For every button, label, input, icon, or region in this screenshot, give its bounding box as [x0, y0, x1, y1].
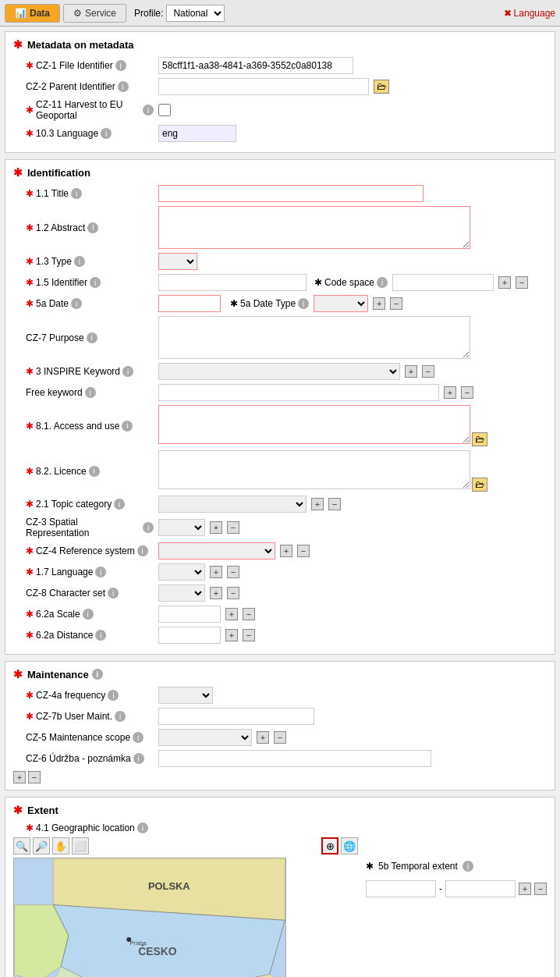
- licence-textarea[interactable]: [158, 450, 470, 489]
- date-input[interactable]: [158, 295, 221, 312]
- parent-folder-btn[interactable]: 🗁: [374, 80, 389, 94]
- type-info[interactable]: i: [74, 256, 85, 267]
- date-info[interactable]: i: [71, 298, 82, 309]
- charset-add-btn[interactable]: +: [210, 587, 222, 599]
- charset-remove-btn[interactable]: −: [227, 587, 239, 599]
- licence-folder-btn[interactable]: 🗁: [472, 478, 487, 492]
- free-keyword-add-btn[interactable]: +: [444, 386, 456, 399]
- access-textarea[interactable]: [158, 405, 470, 444]
- distance-input[interactable]: [158, 627, 221, 644]
- distance-remove-btn[interactable]: −: [243, 629, 255, 641]
- usermaint-info[interactable]: i: [115, 711, 126, 722]
- profile-select[interactable]: National Local: [166, 5, 225, 22]
- charset-select[interactable]: utf8: [158, 584, 205, 602]
- temporal-remove-btn[interactable]: −: [534, 883, 547, 895]
- purpose-textarea[interactable]: [158, 316, 470, 359]
- inspire-keyword-info[interactable]: i: [122, 366, 133, 377]
- free-keyword-input[interactable]: [158, 384, 439, 401]
- inspire-keyword-select[interactable]: [158, 363, 400, 380]
- frequency-select[interactable]: daily weekly monthly yearly asNeeded: [158, 687, 213, 704]
- scale-info[interactable]: i: [83, 609, 94, 620]
- topic-remove-btn[interactable]: −: [328, 498, 341, 510]
- maintenance-info[interactable]: i: [92, 669, 103, 680]
- maintenance-remove-btn[interactable]: −: [28, 771, 41, 783]
- lang17-remove-btn[interactable]: −: [227, 566, 239, 578]
- refsys-info[interactable]: i: [137, 545, 148, 556]
- identifier-info[interactable]: i: [90, 277, 101, 288]
- date-type-info[interactable]: i: [298, 298, 309, 309]
- refsys-add-btn[interactable]: +: [280, 545, 292, 557]
- scale-add-btn[interactable]: +: [225, 608, 238, 620]
- frequency-info[interactable]: i: [108, 690, 119, 701]
- scale-remove-btn[interactable]: −: [243, 608, 255, 620]
- maint-scope-add-btn[interactable]: +: [257, 731, 269, 744]
- codespace-info[interactable]: i: [377, 277, 388, 288]
- title-input[interactable]: [158, 185, 424, 202]
- free-keyword-remove-btn[interactable]: −: [461, 386, 473, 399]
- maintenance-add-btn[interactable]: +: [13, 771, 26, 783]
- lang17-add-btn[interactable]: +: [210, 566, 222, 578]
- geo-info[interactable]: i: [137, 822, 148, 833]
- title-info[interactable]: i: [71, 188, 82, 199]
- codespace-input[interactable]: [392, 274, 494, 291]
- maint-scope-info[interactable]: i: [133, 732, 144, 743]
- language-button[interactable]: ✖ Language: [504, 8, 555, 19]
- maint-scope-select[interactable]: dataset service: [158, 729, 252, 746]
- language-input[interactable]: [158, 125, 236, 142]
- spatial-select[interactable]: vector grid: [158, 519, 205, 536]
- temporal-start-input[interactable]: [366, 880, 436, 897]
- spatial-info[interactable]: i: [143, 522, 154, 533]
- usermaint-input[interactable]: [158, 708, 314, 725]
- refsys-remove-btn[interactable]: −: [297, 545, 310, 557]
- parent-id-info[interactable]: i: [118, 81, 129, 92]
- temporal-add-btn[interactable]: +: [519, 883, 531, 895]
- udrzba-input[interactable]: [158, 750, 431, 767]
- distance-info[interactable]: i: [95, 630, 106, 641]
- service-tab[interactable]: ⚙ Service: [63, 4, 126, 23]
- distance-add-btn[interactable]: +: [225, 629, 238, 641]
- udrzba-info[interactable]: i: [133, 753, 144, 764]
- topic-info[interactable]: i: [114, 499, 125, 510]
- charset-info[interactable]: i: [108, 588, 119, 599]
- topic-select[interactable]: [158, 496, 307, 513]
- language-info[interactable]: i: [101, 128, 112, 139]
- identifier-remove-btn[interactable]: −: [516, 276, 528, 289]
- map-globe-btn[interactable]: 🌐: [341, 837, 358, 854]
- date-add-btn[interactable]: +: [373, 297, 385, 310]
- access-folder-btn[interactable]: 🗁: [472, 432, 487, 446]
- temporal-end-input[interactable]: [445, 880, 516, 897]
- abstract-textarea[interactable]: [158, 206, 470, 249]
- map-box-btn[interactable]: ⬜: [72, 837, 89, 854]
- identifier-add-btn[interactable]: +: [498, 276, 511, 289]
- refsys-select[interactable]: EPSG:4326 EPSG:5514: [158, 542, 275, 560]
- spatial-remove-btn[interactable]: −: [227, 521, 239, 534]
- file-id-input[interactable]: [158, 57, 353, 74]
- date-type-select[interactable]: creation revision publication: [314, 295, 368, 312]
- map-zoom-out-btn[interactable]: 🔎: [33, 837, 50, 854]
- harvest-info[interactable]: i: [143, 105, 154, 115]
- map-target-btn[interactable]: ⊕: [321, 837, 338, 854]
- lang17-info[interactable]: i: [95, 567, 106, 577]
- abstract-info[interactable]: i: [87, 222, 98, 233]
- inspire-keyword-add-btn[interactable]: +: [405, 365, 417, 378]
- topic-add-btn[interactable]: +: [311, 498, 324, 510]
- free-keyword-info[interactable]: i: [85, 387, 96, 398]
- spatial-add-btn[interactable]: +: [210, 521, 222, 534]
- map-zoom-in-btn[interactable]: 🔍: [13, 837, 30, 854]
- type-select[interactable]: dataset service series: [158, 253, 197, 270]
- parent-id-input[interactable]: [158, 78, 369, 95]
- identifier-input[interactable]: [158, 274, 307, 291]
- purpose-info[interactable]: i: [87, 332, 97, 343]
- map-pan-btn[interactable]: ✋: [52, 837, 69, 854]
- temporal-info[interactable]: i: [463, 861, 473, 872]
- access-info[interactable]: i: [122, 421, 133, 432]
- data-tab[interactable]: 📊 Data: [5, 4, 60, 23]
- date-remove-btn[interactable]: −: [390, 297, 402, 310]
- maint-scope-remove-btn[interactable]: −: [274, 731, 286, 744]
- lang17-select[interactable]: cze eng: [158, 563, 205, 581]
- inspire-keyword-remove-btn[interactable]: −: [422, 365, 434, 378]
- file-id-info[interactable]: i: [115, 60, 126, 71]
- scale-input[interactable]: [158, 606, 221, 623]
- licence-info[interactable]: i: [89, 466, 100, 477]
- harvest-checkbox[interactable]: [158, 104, 171, 116]
